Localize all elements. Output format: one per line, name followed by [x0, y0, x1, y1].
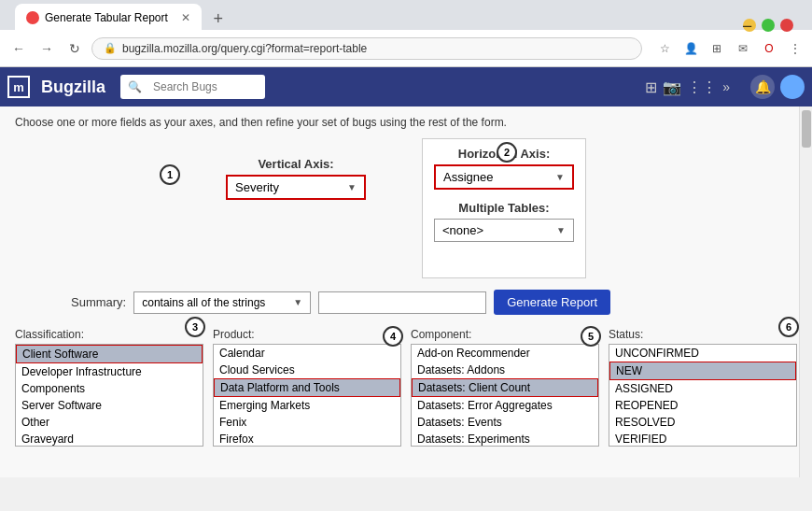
refresh-btn[interactable]: ↻: [63, 37, 86, 60]
scrollbar-thumb[interactable]: [802, 110, 811, 148]
summary-filter-select[interactable]: contains all of the strings ▼: [133, 291, 311, 314]
profile-icon[interactable]: 👤: [681, 39, 700, 58]
maximize-btn[interactable]: [762, 19, 775, 32]
status-item-1[interactable]: NEW: [609, 362, 796, 380]
product-group: 4 Product: Calendar Cloud Services Data …: [213, 328, 401, 447]
address-bar[interactable]: 🔒 bugzilla.mozilla.org/query.cgi?format=…: [91, 37, 642, 60]
browser-chrome: Generate Tabular Report ✕ + ─ ← → ↻ 🔒 bu…: [0, 0, 812, 67]
classification-item-4[interactable]: Other: [16, 414, 203, 431]
product-item-4[interactable]: Fenix: [214, 414, 400, 431]
status-label: Status:: [609, 328, 797, 341]
minimize-btn[interactable]: ─: [743, 19, 756, 32]
toolbar-icons: ⊞ 📷 ⋮⋮ » 🔔: [645, 75, 805, 99]
status-item-4[interactable]: RESOLVED: [609, 414, 796, 431]
grid-icon[interactable]: ⊞: [707, 39, 726, 58]
mail-icon[interactable]: ✉: [734, 39, 752, 58]
status-item-0[interactable]: UNCONFIRMED: [609, 345, 796, 362]
component-group: 5 Component: Add-on Recommender Datasets…: [411, 328, 599, 447]
classification-list[interactable]: Client Software Developer Infrastructure…: [15, 344, 203, 447]
classification-item-3[interactable]: Server Software: [16, 397, 203, 414]
scrollbar-track[interactable]: [799, 106, 812, 477]
more-icon[interactable]: ⋮: [786, 39, 805, 58]
component-item-1[interactable]: Datasets: Addons: [412, 362, 598, 378]
classification-item-0[interactable]: Client Software: [16, 345, 203, 363]
forward-btn[interactable]: →: [35, 37, 58, 60]
component-item-5[interactable]: Datasets: Experiments: [412, 431, 598, 447]
bookmark-icon[interactable]: ☆: [655, 39, 674, 58]
summary-filter-arrow: ▼: [293, 297, 302, 307]
search-icon: 🔍: [128, 80, 142, 93]
component-list[interactable]: Add-on Recommender Datasets: Addons Data…: [411, 344, 599, 447]
status-group: 6 Status: UNCONFIRMED NEW ASSIGNED REOPE…: [609, 328, 797, 447]
classification-item-1[interactable]: Developer Infrastructure: [16, 363, 203, 380]
component-item-2[interactable]: Datasets: Client Count: [412, 378, 598, 397]
filter-section: 3 Classification: Client Software Develo…: [15, 328, 797, 454]
camera-icon[interactable]: 📷: [663, 78, 681, 96]
status-item-5[interactable]: VERIFIED: [609, 431, 796, 447]
tab-close-btn[interactable]: ✕: [181, 11, 190, 24]
user-avatar[interactable]: [780, 75, 805, 99]
vertical-axis-group: Vertical Axis: Severity ▼: [226, 138, 366, 278]
extend-icon[interactable]: »: [722, 79, 730, 94]
annotation-5: 5: [581, 326, 601, 347]
generate-report-btn[interactable]: Generate Report: [494, 290, 610, 315]
summary-input[interactable]: [318, 291, 486, 314]
new-tab-btn[interactable]: +: [205, 6, 231, 32]
component-label: Component:: [411, 328, 599, 341]
component-item-3[interactable]: Datasets: Error Aggregates: [412, 397, 598, 414]
notification-btn[interactable]: 🔔: [750, 75, 775, 99]
active-tab[interactable]: Generate Tabular Report ✕: [15, 4, 202, 32]
classification-label: Classification:: [15, 328, 203, 341]
instruction-text: Choose one or more fields as your axes, …: [15, 116, 797, 129]
summary-label: Summary:: [71, 295, 126, 309]
main-content: Choose one or more fields as your axes, …: [0, 106, 812, 477]
component-item-4[interactable]: Datasets: Events: [412, 414, 598, 431]
apps-icon[interactable]: ⋮⋮: [687, 78, 717, 96]
vertical-axis-arrow: ▼: [347, 182, 357, 192]
product-list[interactable]: Calendar Cloud Services Data Platform an…: [213, 344, 401, 447]
vertical-axis-label: Vertical Axis:: [258, 157, 333, 171]
horizontal-axis-panel: 2 Horizontal Axis: Assignee ▼ Multiple T…: [422, 138, 586, 278]
opera-icon[interactable]: O: [760, 39, 778, 58]
bugzilla-title: Bugzilla: [41, 78, 105, 97]
grid-icon[interactable]: ⊞: [645, 78, 657, 96]
nav-icons: ☆ 👤 ⊞ ✉ O ⋮: [655, 39, 805, 58]
axes-area: 1 Vertical Axis: Severity ▼ 2 Horizontal…: [15, 138, 797, 278]
summary-row: Summary: contains all of the strings ▼ G…: [71, 290, 797, 315]
multiple-tables-label: Multiple Tables:: [458, 201, 549, 215]
classification-item-2[interactable]: Components: [16, 380, 203, 397]
status-item-2[interactable]: ASSIGNED: [609, 380, 796, 397]
multiple-tables-group: Multiple Tables: <none> ▼: [434, 201, 574, 242]
close-btn[interactable]: [780, 19, 793, 32]
tab-title: Generate Tabular Report: [45, 11, 168, 24]
horizontal-axis-arrow: ▼: [555, 172, 565, 182]
product-item-1[interactable]: Cloud Services: [214, 362, 400, 378]
bugzilla-logo: m: [7, 76, 30, 98]
component-item-0[interactable]: Add-on Recommender: [412, 345, 598, 362]
product-item-0[interactable]: Calendar: [214, 345, 400, 362]
product-item-2[interactable]: Data Platform and Tools: [214, 378, 400, 397]
annotation-3: 3: [185, 317, 205, 337]
annotation-6: 6: [778, 317, 799, 337]
lock-icon: 🔒: [104, 42, 117, 54]
vertical-axis-select[interactable]: Severity ▼: [226, 175, 366, 200]
bugzilla-toolbar: m Bugzilla 🔍 ⊞ 📷 ⋮⋮ » 🔔: [0, 67, 812, 106]
classification-item-5[interactable]: Graveyard: [16, 431, 203, 447]
tab-favicon: [26, 11, 39, 24]
horizontal-axis-select[interactable]: Assignee ▼: [434, 164, 574, 190]
status-item-3[interactable]: REOPENED: [609, 397, 796, 414]
nav-bar: ← → ↻ 🔒 bugzilla.mozilla.org/query.cgi?f…: [0, 30, 812, 67]
product-label: Product:: [213, 328, 401, 341]
annotation-1: 1: [160, 164, 180, 185]
back-btn[interactable]: ←: [7, 37, 30, 60]
status-list[interactable]: UNCONFIRMED NEW ASSIGNED REOPENED RESOLV…: [609, 344, 797, 447]
multiple-tables-select[interactable]: <none> ▼: [434, 219, 574, 242]
annotation-4: 4: [383, 326, 403, 347]
product-item-5[interactable]: Firefox: [214, 431, 400, 447]
title-bar: Generate Tabular Report ✕ + ─: [0, 0, 812, 30]
classification-group: 3 Classification: Client Software Develo…: [15, 328, 203, 447]
product-item-3[interactable]: Emerging Markets: [214, 397, 400, 414]
new-tab-icon: +: [214, 9, 224, 29]
search-input[interactable]: [146, 77, 258, 97]
annotation-2: 2: [497, 142, 517, 163]
